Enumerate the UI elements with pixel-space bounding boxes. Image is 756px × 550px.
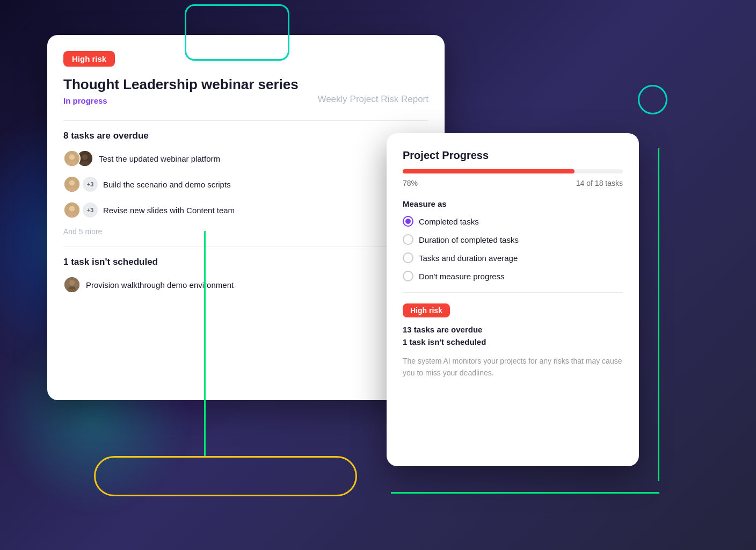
deco-teal-circle <box>638 85 667 114</box>
avatar <box>63 276 81 293</box>
avatar-plus-count: +3 <box>83 177 98 192</box>
progress-percent: 78% <box>403 179 418 187</box>
radio-label: Don't measure progress <box>419 272 505 281</box>
progress-meta: 78% 14 of 18 tasks <box>403 179 623 187</box>
svg-point-10 <box>69 206 75 212</box>
high-risk-badge-right: High risk <box>403 303 450 317</box>
task-name: Revise new slides with Content team <box>103 206 396 215</box>
avatar-group <box>63 276 81 293</box>
radio-button[interactable] <box>403 271 413 281</box>
avatar-group: +3 <box>63 176 98 193</box>
svg-rect-15 <box>69 287 75 289</box>
risk-unscheduled-text: 1 task isn't scheduled <box>403 337 623 346</box>
radio-button[interactable] <box>403 234 413 245</box>
radio-label: Tasks and duration average <box>419 254 518 263</box>
task-name: Test the updated webinar platform <box>99 154 408 163</box>
svg-point-7 <box>69 180 75 186</box>
deco-green-vertical-line <box>658 148 659 481</box>
unscheduled-header: 1 task isn't scheduled <box>63 257 428 267</box>
progress-bar-background <box>403 169 623 173</box>
svg-point-13 <box>69 280 75 286</box>
avatar-group <box>63 150 93 167</box>
svg-point-1 <box>69 154 75 160</box>
deco-yellow-oval <box>94 456 357 496</box>
task-item: +3 Build the scenario and demo scripts I… <box>63 176 428 193</box>
project-title: Thought Leadership webinar series <box>63 76 428 93</box>
section-divider-1 <box>63 120 428 121</box>
section-divider-2 <box>63 247 428 247</box>
overdue-header: 8 tasks are overdue <box>63 131 428 141</box>
divider <box>403 292 623 293</box>
high-risk-badge: High risk <box>63 51 115 67</box>
deco-teal-rectangle <box>185 4 289 61</box>
main-project-card: High risk Weekly Project Risk Report Tho… <box>47 35 445 400</box>
weekly-report-label: Weekly Project Risk Report <box>317 94 428 105</box>
deco-green-left-vertical <box>204 231 206 457</box>
and-more-label: And 5 more <box>63 227 428 236</box>
right-progress-card: Project Progress 78% 14 of 18 tasks Meas… <box>387 133 639 466</box>
progress-title: Project Progress <box>403 149 623 162</box>
radio-button[interactable] <box>403 252 413 263</box>
radio-label: Duration of completed tasks <box>419 235 519 244</box>
avatar-plus-count: +3 <box>83 202 98 218</box>
risk-overdue-text: 13 tasks are overdue <box>403 325 623 334</box>
task-name: Build the scenario and demo scripts <box>103 180 398 189</box>
task-item: Test the updated webinar platform New <box>63 150 428 167</box>
measure-label: Measure as <box>403 199 623 208</box>
svg-point-4 <box>82 154 88 160</box>
radio-duration-completed[interactable]: Duration of completed tasks <box>403 234 623 245</box>
radio-label: Completed tasks <box>419 217 479 226</box>
progress-tasks: 14 of 18 tasks <box>576 179 623 187</box>
radio-completed-tasks[interactable]: Completed tasks <box>403 216 623 227</box>
avatar <box>63 176 81 193</box>
avatar <box>63 150 81 167</box>
deco-green-horizontal-line <box>391 492 659 494</box>
avatar <box>63 201 81 219</box>
task-item: +3 Revise new slides with Content team W… <box>63 201 428 219</box>
task-item: Provision walkthrough demo environment N… <box>63 276 428 293</box>
radio-tasks-duration-avg[interactable]: Tasks and duration average <box>403 252 623 263</box>
radio-dont-measure[interactable]: Don't measure progress <box>403 271 623 281</box>
risk-description: The system AI monitors your projects for… <box>403 355 623 379</box>
task-name: Provision walkthrough demo environment <box>86 280 408 290</box>
avatar-group: +3 <box>63 201 98 219</box>
radio-button[interactable] <box>403 216 413 227</box>
progress-bar-fill <box>403 169 575 173</box>
